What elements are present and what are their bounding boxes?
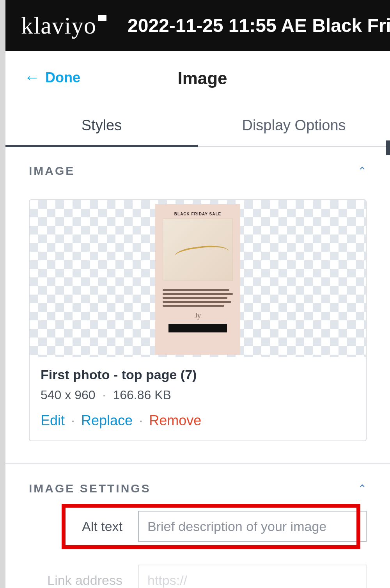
replace-image-link[interactable]: Replace: [81, 412, 133, 429]
klaviyo-logo: klaviyo: [21, 12, 96, 39]
meta-separator: ·: [103, 388, 106, 402]
image-thumbnail: BLACK FRIDAY SALE Jy: [155, 204, 240, 355]
edit-image-link[interactable]: Edit: [41, 412, 65, 429]
image-file-size: 166.86 KB: [113, 388, 171, 402]
image-file-name: First photo - top page (7): [41, 367, 355, 382]
link-address-input[interactable]: [138, 565, 367, 588]
chevron-up-icon: ⌃: [358, 482, 367, 495]
panel-header: ← Done Image: [5, 51, 390, 92]
logo-flag-icon: [98, 15, 106, 21]
panel-title: Image: [34, 69, 371, 88]
image-section: IMAGE ⌃ BLACK FRIDAY SALE Jy First photo…: [5, 147, 390, 441]
link-address-label: Link address: [29, 573, 122, 588]
image-meta: First photo - top page (7) 540 x 960 · 1…: [30, 357, 366, 441]
tabs: Styles Display Options: [5, 108, 390, 147]
alt-text-label: Alt text: [29, 519, 122, 534]
thumb-cta-button: [168, 324, 227, 332]
thumb-paragraph: [163, 287, 233, 309]
thumb-photo: [163, 219, 233, 281]
image-settings-section: IMAGE SETTINGS ⌃ Alt text Link address: [5, 464, 390, 588]
logo-text: klaviyo: [21, 12, 96, 39]
link-address-row: Link address: [29, 555, 367, 588]
image-section-title: IMAGE: [29, 164, 75, 178]
alt-text-input[interactable]: [138, 511, 367, 542]
action-separator: ·: [139, 412, 143, 429]
action-separator: ·: [71, 412, 75, 429]
image-section-header[interactable]: IMAGE ⌃: [29, 164, 367, 178]
scrollbar-thumb[interactable]: [386, 140, 390, 155]
image-settings-header[interactable]: IMAGE SETTINGS ⌃: [29, 482, 367, 495]
remove-image-link[interactable]: Remove: [149, 412, 201, 429]
image-card: BLACK FRIDAY SALE Jy First photo - top p…: [29, 199, 367, 441]
top-bar: klaviyo 2022-11-25 11:55 AE Black Fric: [5, 0, 390, 51]
alt-text-row: Alt text: [29, 511, 367, 542]
image-dimensions: 540 x 960: [41, 388, 96, 402]
tab-display-options[interactable]: Display Options: [198, 108, 390, 146]
image-preview[interactable]: BLACK FRIDAY SALE Jy: [30, 200, 366, 357]
chevron-up-icon: ⌃: [358, 165, 367, 178]
thumb-headline: BLACK FRIDAY SALE: [174, 212, 221, 216]
tab-styles[interactable]: Styles: [5, 108, 198, 147]
thumb-signature: Jy: [195, 312, 201, 320]
campaign-title: 2022-11-25 11:55 AE Black Fric: [128, 15, 390, 36]
image-settings-title: IMAGE SETTINGS: [29, 482, 151, 495]
